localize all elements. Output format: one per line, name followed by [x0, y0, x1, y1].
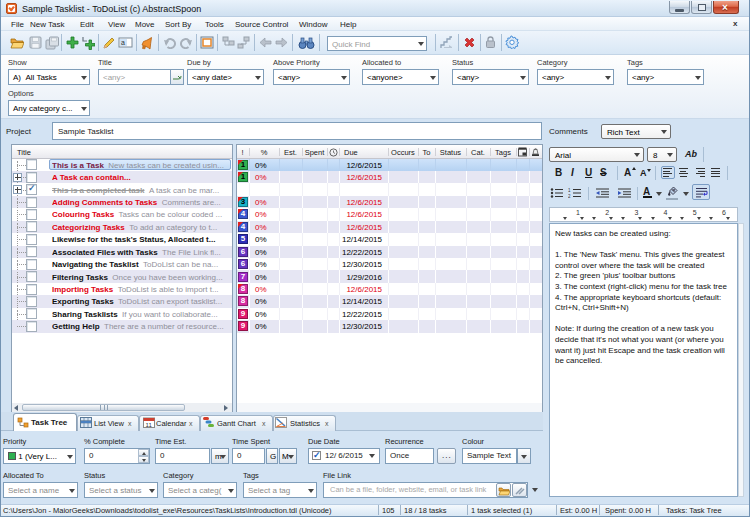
svg-text:1: 1: [568, 188, 571, 193]
svg-text:11: 11: [146, 422, 153, 428]
svg-text:2: 2: [568, 194, 571, 199]
svg-text:a: a: [121, 39, 125, 46]
